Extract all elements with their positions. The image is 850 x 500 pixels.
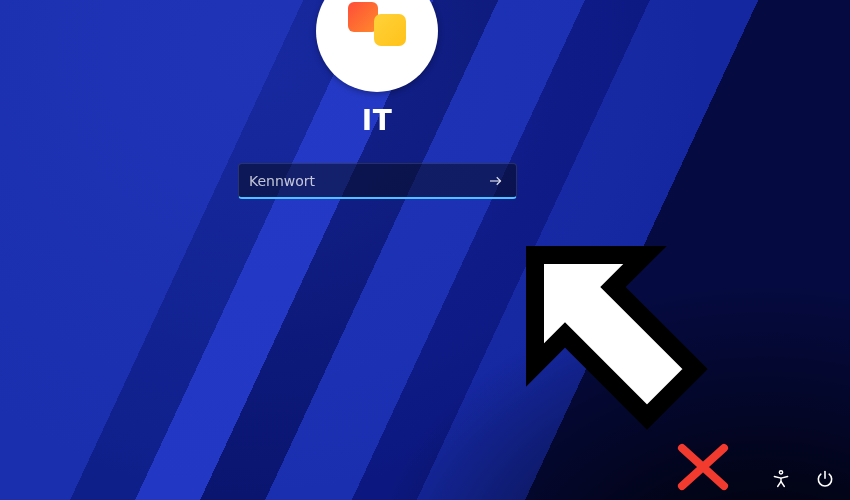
accessibility-icon [771,469,791,489]
wallpaper-background [0,0,850,500]
svg-rect-1 [374,14,406,46]
password-field-container[interactable] [238,163,517,199]
system-icons-tray [770,468,836,490]
arrow-right-icon [487,172,505,190]
power-icon [815,469,835,489]
username-label: IT [0,104,754,137]
password-input[interactable] [249,173,482,189]
svg-rect-0 [348,2,378,32]
svg-point-3 [779,471,782,474]
avatar-microsoft-tiles-icon [342,0,412,66]
submit-arrow-button[interactable] [482,167,510,195]
accessibility-button[interactable] [770,468,792,490]
power-button[interactable] [814,468,836,490]
